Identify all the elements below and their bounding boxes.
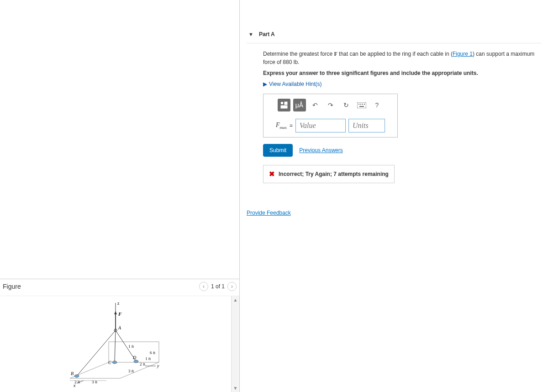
svg-point-13	[134, 360, 138, 363]
point-c-label: C	[108, 360, 111, 365]
answer-instruction: Express your answer to three significant…	[263, 69, 541, 77]
figure-link[interactable]: Figure 1	[453, 51, 473, 57]
dim-1ft: 1 ft	[128, 344, 134, 349]
dim-3ft-b: 3 ft	[92, 380, 98, 384]
scroll-down-icon[interactable]: ▼	[233, 384, 238, 392]
svg-rect-21	[357, 102, 366, 108]
svg-line-8	[77, 330, 116, 376]
figure-scrollbar[interactable]: ▲ ▼	[231, 296, 239, 392]
axis-y-label: y	[157, 363, 159, 368]
dim-6ft: 6 ft	[150, 350, 156, 355]
svg-rect-18	[281, 102, 283, 104]
svg-rect-24	[362, 104, 363, 105]
svg-rect-23	[360, 104, 361, 105]
svg-rect-26	[359, 106, 364, 107]
units-tool[interactable]: μÅ	[293, 99, 306, 111]
svg-marker-2	[114, 311, 117, 314]
collapse-icon: ▼	[248, 32, 253, 37]
svg-rect-25	[364, 104, 365, 105]
equals-sign: =	[290, 122, 293, 129]
reset-icon[interactable]: ↻	[340, 99, 353, 111]
provide-feedback-link[interactable]: Provide Feedback	[247, 210, 291, 216]
figure-page-count: 1 of 1	[211, 283, 225, 290]
help-icon[interactable]: ?	[371, 99, 384, 111]
submit-button[interactable]: Submit	[263, 144, 293, 157]
svg-rect-19	[285, 102, 287, 105]
svg-rect-22	[358, 104, 359, 105]
figure-image: z F A	[0, 296, 231, 392]
figure-next-icon[interactable]: ›	[227, 282, 237, 291]
svg-rect-20	[281, 106, 287, 108]
scroll-up-icon[interactable]: ▲	[233, 296, 238, 304]
answer-variable: Fmax	[276, 122, 287, 130]
svg-point-9	[74, 375, 79, 377]
redo-icon[interactable]: ↷	[324, 99, 337, 111]
point-d-label: D	[132, 355, 137, 360]
previous-answers-link[interactable]: Previous Answers	[299, 147, 342, 154]
part-header[interactable]: ▼ Part A	[247, 26, 541, 43]
units-input[interactable]	[348, 119, 385, 132]
svg-point-11	[112, 361, 117, 364]
dim-2ft-b: 2 ft	[74, 380, 80, 384]
part-label: Part A	[259, 31, 275, 37]
figure-prev-icon[interactable]: ‹	[199, 282, 208, 291]
value-input[interactable]	[295, 119, 346, 132]
keyboard-icon[interactable]	[355, 99, 368, 111]
answer-box: μÅ ↶ ↷ ↻ ? Fmax =	[263, 94, 398, 138]
dim-2ft: 2 ft	[140, 362, 146, 366]
figure-title: Figure	[3, 283, 21, 290]
dim-3ft: 3 ft	[128, 369, 134, 373]
template-tool-icon[interactable]	[278, 99, 290, 111]
question-prompt: Determine the greatest force F that can …	[263, 50, 541, 66]
axis-z-label: z	[117, 301, 120, 306]
feedback-message: ✖ Incorrect; Try Again; 7 attempts remai…	[263, 165, 395, 183]
figure-pager: ‹ 1 of 1 ›	[199, 282, 237, 291]
svg-marker-4	[70, 362, 159, 378]
point-b-label: B	[71, 371, 74, 376]
view-hints-link[interactable]: ▶View Available Hint(s)	[263, 81, 541, 87]
svg-line-10	[115, 330, 116, 362]
force-label: F	[118, 311, 122, 317]
incorrect-icon: ✖	[269, 170, 275, 178]
point-a-label: A	[118, 325, 121, 330]
dim-1ft-b: 1 ft	[145, 356, 151, 361]
undo-icon[interactable]: ↶	[309, 99, 321, 111]
chevron-right-icon: ▶	[263, 81, 267, 87]
